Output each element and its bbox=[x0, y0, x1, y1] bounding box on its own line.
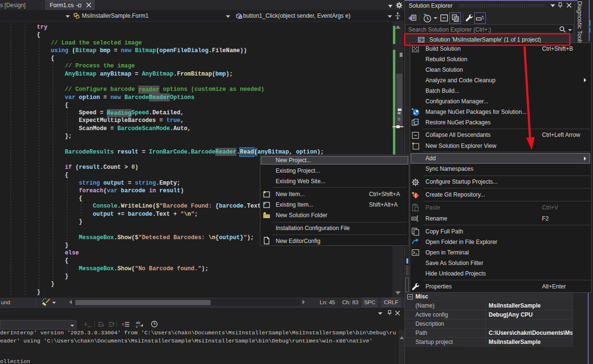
svg-text:c: c bbox=[136, 324, 138, 328]
